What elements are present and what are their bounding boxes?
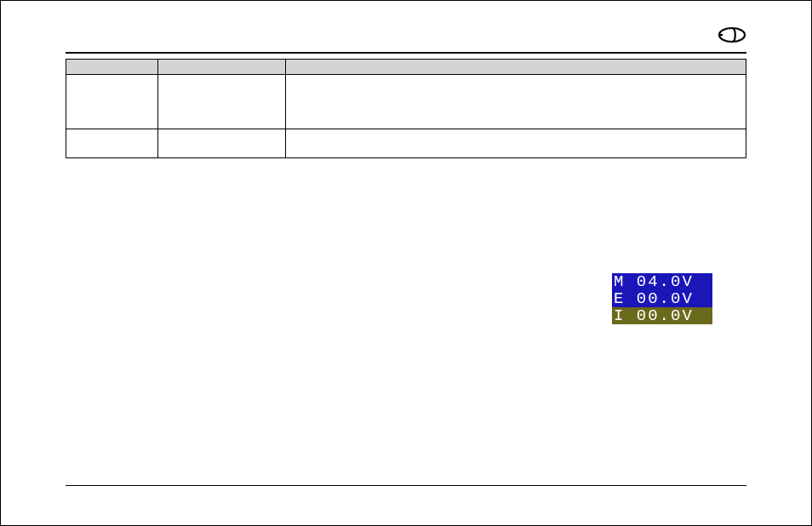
table-row [66, 75, 746, 129]
document-page: M 04.0V E 00.0V I 00.0V [0, 0, 812, 526]
header-bar [66, 26, 746, 47]
svg-point-0 [719, 28, 745, 42]
lcd-line-m: M 04.0V [612, 273, 712, 290]
table-row [66, 129, 746, 158]
brand-logo-icon [718, 26, 746, 47]
table-cell [158, 129, 286, 158]
table-cell [286, 75, 746, 129]
header-rule [66, 52, 746, 54]
lcd-line-i: I 00.0V [612, 307, 712, 324]
data-table [66, 59, 746, 158]
lcd-line-e: E 00.0V [612, 290, 712, 307]
lcd-display: M 04.0V E 00.0V I 00.0V [612, 273, 712, 324]
table-cell [286, 129, 746, 158]
table-header-cell [66, 60, 158, 75]
table-header-cell [158, 60, 286, 75]
table-header-row [66, 60, 746, 75]
table-header-cell [286, 60, 746, 75]
footer-rule [66, 485, 746, 486]
table-cell [66, 75, 158, 129]
table-cell [66, 129, 158, 158]
table-cell [158, 75, 286, 129]
